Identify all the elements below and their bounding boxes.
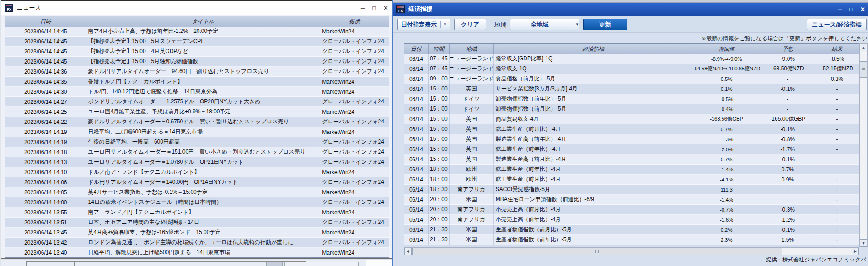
econ-row[interactable]: 06/14 15：00 英国 商品貿易収支-4月 -163.56億GBP -16… — [404, 114, 859, 124]
econ-col-header-time[interactable]: 時間 — [429, 44, 450, 54]
econ-row[interactable]: 06/14 20：00 南アフリカ 小売売上高（前月比）-4月 -0.7% -0… — [404, 205, 859, 215]
minimize-button[interactable]: ─ — [838, 6, 842, 12]
region-select[interactable]: 全地域 ▼ — [510, 19, 579, 30]
econ-row[interactable]: 06/14 15：00 英国 製造業生産高（前年比）-4月 -1.3% -0.8… — [404, 134, 859, 144]
clear-button[interactable]: クリア — [454, 19, 486, 30]
econ-cell-time: 15：00 — [429, 104, 450, 114]
news-row[interactable]: 2023/06/14 14:36 豪ドル円リアルタイムオーダー＝94.60円 割… — [5, 67, 389, 77]
news-row[interactable]: 2023/06/14 13:42 ロンドン為替見通し＝ポンド主導の相場続くか、ユ… — [5, 238, 389, 248]
vertical-scroll-thumb[interactable] — [860, 61, 867, 78]
horizontal-scrollbar[interactable]: ◄ ► — [404, 247, 859, 255]
news-row[interactable]: 2023/06/14 14:45 南ア4月小売売上高、予想は前年比-1.2%＝2… — [5, 27, 389, 37]
news-row[interactable]: 2023/06/14 14:45 【指標発表予定】15:00 4月英GDPなど … — [5, 47, 389, 57]
scroll-right-arrow[interactable]: ► — [852, 248, 859, 255]
econ-col-header-result[interactable]: 結果 — [815, 44, 859, 54]
news-row[interactable]: 2023/06/14 13:40 日経平均、解散思惑に上げ幅500円超える＝14… — [5, 248, 389, 258]
econ-cell-result: - — [815, 195, 859, 205]
scroll-up-arrow[interactable]: ▲ — [860, 44, 867, 51]
news-row[interactable]: 2023/06/14 14:30 ドル/円、140.12円近辺で底堅く推移＝14… — [5, 87, 389, 97]
econ-cell-date: 06/14 — [404, 54, 429, 64]
news-row[interactable]: 2023/06/14 14:19 日経平均、上げ幅600円超える＝14日東京市場… — [5, 127, 389, 137]
news-row[interactable]: 2023/06/14 13:51 日本、オセアニア時間の主な経済指標・14日 グ… — [5, 218, 389, 228]
news-cell-datetime: 2023/06/14 14:10 — [5, 167, 86, 177]
econ-row[interactable]: 06/14 18：00 欧州 鉱工業生産（前月比）-4月 -4.1% 0.9% … — [404, 175, 859, 185]
econ-row[interactable]: 06/14 15：00 ドイツ 卸売物価指数（前年比）-5月 -0.5% - - — [404, 94, 859, 104]
minimize-button[interactable]: ─ — [361, 5, 365, 11]
econ-row[interactable]: 06/14 18：00 欧州 鉱工業生産（前年比）-4月 -1.4% 0.7% … — [404, 165, 859, 175]
close-button[interactable]: ✕ — [860, 6, 865, 12]
econ-cell-result: - — [815, 104, 859, 114]
econ-row[interactable]: 06/14 15：00 ドイツ 卸売物価指数（前月比）-5月 -0.4% - - — [404, 104, 859, 114]
news-row[interactable]: 2023/06/14 14:25 ユーロ圏4月鉱工業生産、予想は前月比+0.9%… — [5, 107, 389, 117]
news-cell-title: 豪ドル円リアルタイムオーダー＝94.60円 割り込むとストップロス売り — [86, 67, 321, 77]
econ-row[interactable]: 06/14 21：30 米国 生産者物価指数（前年比）-5月 2.3% 1.5%… — [404, 235, 859, 245]
econ-row[interactable]: 06/14 09：00 ニュージーランド 食品価格（前月比）-5月 0.5% -… — [404, 74, 859, 84]
econ-col-header-date[interactable]: 日付 — [404, 44, 429, 54]
news-row[interactable]: 2023/06/14 13:45 英4月商品貿易収支、予想は-165億ポンド＝1… — [5, 228, 389, 238]
news-cell-datetime: 2023/06/14 14:45 — [5, 47, 86, 57]
econ-row[interactable]: 06/14 15：00 英国 サービス業指数[3カ月/3カ月]-4月 0.1% … — [404, 84, 859, 94]
news-row[interactable]: 2023/06/14 14:22 豪ドルリアルタイムオーダー＝0.6750ドル … — [5, 117, 389, 127]
news-col-header-datetime[interactable]: 日時 — [5, 16, 86, 27]
econ-row[interactable]: 06/14 21：30 米国 生産者物価指数（前月比）-5月 0.2% -0.1… — [404, 225, 859, 235]
refresh-button[interactable]: 更新 — [583, 19, 627, 30]
econ-row[interactable]: 06/14 20：00 南アフリカ 小売売上高（前年比）-4月 -1.6% -1… — [404, 215, 859, 225]
econ-col-header-indicator[interactable]: 経済指標 — [494, 44, 693, 54]
econ-cell-region: ドイツ — [450, 104, 494, 114]
news-row[interactable]: 2023/06/14 14:45 【指標発表予定】15:00 5月スウェーデンC… — [5, 37, 389, 47]
econ-cell-date: 06/14 — [404, 175, 429, 185]
econ-cell-previous: 2.3% — [693, 235, 761, 245]
horizontal-scroll-thumb[interactable] — [412, 248, 782, 255]
econ-cell-forecast: -0.1% — [760, 225, 815, 235]
news-econ-toggle-label: ニュース/経済指標 — [812, 21, 862, 29]
news-row[interactable]: 2023/06/14 13:55 南ア・ランド／円【テクニカルポイント】 Mar… — [5, 207, 389, 218]
econ-cell-region: 南アフリカ — [450, 185, 494, 195]
news-row[interactable]: 2023/06/14 14:27 ポンドリアルタイムオーダー＝1.2575ドル … — [5, 97, 389, 107]
econ-col-header-forecast[interactable]: 予想 — [760, 44, 815, 54]
news-cell-provider: グローバル・インフォ24 — [320, 197, 389, 207]
econ-row[interactable]: 06/14 18：30 南アフリカ SACCI景況感指数-5月 111.3 - … — [404, 185, 859, 195]
econ-row[interactable]: 06/14 15：00 英国 鉱工業生産（前年比）-4月 -2.0% -1.7%… — [404, 144, 859, 154]
news-row[interactable]: 2023/06/14 14:18 ユーロ円リアルタイムオーダー＝151.00円 … — [5, 147, 389, 157]
news-row[interactable]: 2023/06/14 14:00 14日の欧米イベントスケジュール（時間は日本時… — [5, 197, 389, 207]
econ-row[interactable]: 06/14 15：00 英国 製造業生産高（前月比）-4月 0.7% -0.1%… — [404, 154, 859, 165]
econ-col-header-region[interactable]: 地域 — [450, 44, 494, 54]
econ-cell-date: 06/14 — [404, 74, 429, 84]
econ-cell-time: 15：00 — [429, 114, 450, 124]
close-button[interactable]: ✕ — [383, 5, 388, 11]
news-row[interactable]: 2023/06/14 14:13 ユーロリアルタイムオーダー＝1.0780ドル … — [5, 157, 389, 167]
background-panel-outline — [26, 261, 306, 266]
news-cell-datetime: 2023/06/14 14:30 — [5, 87, 86, 97]
vertical-scrollbar[interactable]: ▲ ▼ — [859, 43, 868, 247]
date-display-button[interactable]: 日付指定表示 ▼ — [397, 19, 450, 30]
news-row[interactable]: 2023/06/14 14:35 香港ドル／円【テクニカルポイント】 Marke… — [5, 77, 389, 87]
econ-cell-previous: 0.5% — [693, 74, 761, 84]
news-cell-datetime: 2023/06/14 14:45 — [5, 57, 86, 67]
econ-row[interactable]: 06/14 07：45 ニュージーランド 経常収支-1Q -94.58億NZD⇒… — [404, 64, 859, 74]
econ-cell-forecast: -0.1% — [760, 124, 815, 134]
news-row[interactable]: 2023/06/14 14:10 ドル／南ア・ランド【テクニカルポイント】 Ma… — [5, 167, 389, 177]
econ-col-header-previous[interactable]: 前回値 — [693, 44, 761, 54]
maximize-button[interactable]: □ — [849, 6, 853, 12]
econ-cell-time: 07：45 — [429, 64, 450, 74]
news-cell-provider: グローバル・インフォ24 — [320, 97, 389, 107]
news-row[interactable]: 2023/06/14 14:06 ドル円リアルタイムオーダー＝140.00円 O… — [5, 177, 389, 187]
news-titlebar: FX ニュース ─ □ ✕ — [1, 1, 392, 15]
scroll-left-arrow[interactable]: ◄ — [404, 248, 412, 255]
background-price-value-box — [284, 262, 359, 266]
news-row[interactable]: 2023/06/14 14:45 【指標発表予定】15:00 5月独卸売物価指数… — [5, 57, 389, 67]
econ-cell-date: 06/14 — [404, 114, 429, 124]
econ-row[interactable]: 06/14 20：00 米国 MBA住宅ローン申請指数（前週比）-6/9 -1.… — [404, 195, 859, 205]
news-col-header-title[interactable]: タイトル — [86, 16, 321, 27]
scroll-down-arrow[interactable]: ▼ — [860, 239, 867, 247]
news-row[interactable]: 2023/06/14 14:19 午後の日経平均、一段高 600円超高 グローバ… — [5, 137, 389, 147]
econ-cell-date: 06/14 — [404, 94, 429, 104]
econ-cell-time: 18：30 — [429, 185, 450, 195]
econ-row[interactable]: 06/14 15：00 英国 鉱工業生産（前月比）-4月 0.7% -0.1% … — [404, 124, 859, 134]
maximize-button[interactable]: □ — [372, 5, 376, 11]
news-cell-datetime: 2023/06/14 14:18 — [5, 147, 86, 157]
news-row[interactable]: 2023/06/14 14:05 英4月サービス業指数、予想は-0.1%＝15:… — [5, 187, 389, 197]
econ-row[interactable]: 06/14 07：45 ニュージーランド 経常収支[GDP比率]-1Q -8.9… — [404, 54, 859, 64]
news-col-header-provider[interactable]: 提供 — [320, 16, 389, 27]
news-econ-toggle-button[interactable]: ニュース/経済指標 — [807, 19, 867, 30]
